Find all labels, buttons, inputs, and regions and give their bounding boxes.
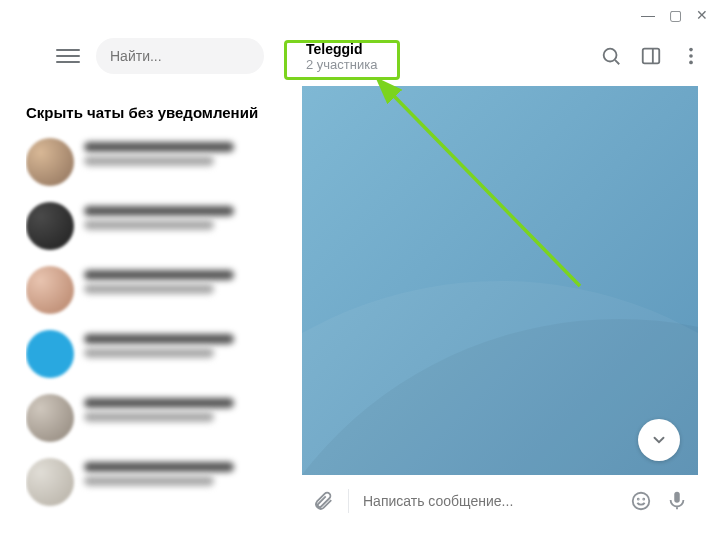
side-panel-icon[interactable] <box>640 45 662 67</box>
svg-point-10 <box>643 499 644 500</box>
chat-list[interactable] <box>26 132 288 525</box>
avatar <box>26 458 74 506</box>
message-composer <box>302 477 698 525</box>
chat-list-item[interactable] <box>26 452 288 516</box>
chat-item-title <box>84 206 234 216</box>
chat-item-body <box>84 138 288 166</box>
search-input[interactable] <box>110 48 250 64</box>
minimize-button[interactable]: — <box>641 8 655 22</box>
scroll-to-bottom-button[interactable] <box>638 419 680 461</box>
avatar <box>26 394 74 442</box>
maximize-button[interactable]: ▢ <box>669 8 682 22</box>
chat-title-block[interactable]: Teleggid 2 участника <box>284 28 389 84</box>
chat-item-title <box>84 334 234 344</box>
chat-item-preview <box>84 476 214 486</box>
menu-button[interactable] <box>56 44 80 68</box>
search-box[interactable] <box>96 38 264 74</box>
chat-area[interactable] <box>302 86 698 475</box>
top-bar: Teleggid 2 участника <box>0 28 720 84</box>
svg-point-9 <box>638 499 639 500</box>
svg-line-1 <box>615 60 619 64</box>
avatar <box>26 202 74 250</box>
chat-item-preview <box>84 412 214 422</box>
divider <box>348 489 349 513</box>
chat-list-item[interactable] <box>26 388 288 452</box>
chat-subtitle: 2 участника <box>306 57 377 72</box>
chat-item-preview <box>84 348 214 358</box>
more-icon[interactable] <box>680 45 702 67</box>
attach-icon[interactable] <box>312 490 334 512</box>
avatar <box>26 266 74 314</box>
svg-point-6 <box>689 61 693 65</box>
chat-item-title <box>84 142 234 152</box>
chat-item-title <box>84 462 234 472</box>
avatar <box>26 330 74 378</box>
chat-list-item[interactable] <box>26 196 288 260</box>
chat-item-body <box>84 394 288 422</box>
svg-point-8 <box>633 493 650 510</box>
svg-rect-2 <box>643 49 660 64</box>
chat-item-title <box>84 270 234 280</box>
microphone-icon[interactable] <box>666 490 688 512</box>
window-controls: — ▢ ✕ <box>641 8 708 22</box>
chevron-down-icon <box>650 431 668 449</box>
chat-title: Teleggid <box>306 41 377 57</box>
message-input[interactable] <box>363 493 616 509</box>
chat-item-preview <box>84 220 214 230</box>
svg-point-5 <box>689 54 693 58</box>
header-actions <box>600 28 702 84</box>
sidebar-section-label: Скрыть чаты без уведомлений <box>26 104 258 121</box>
svg-point-4 <box>689 48 693 52</box>
chat-item-body <box>84 202 288 230</box>
chat-list-item[interactable] <box>26 260 288 324</box>
search-icon[interactable] <box>600 45 622 67</box>
chat-list-item[interactable] <box>26 132 288 196</box>
chat-item-preview <box>84 156 214 166</box>
chat-item-title <box>84 398 234 408</box>
chat-item-preview <box>84 284 214 294</box>
chat-item-body <box>84 330 288 358</box>
emoji-icon[interactable] <box>630 490 652 512</box>
chat-item-body <box>84 458 288 486</box>
chat-list-item[interactable] <box>26 324 288 388</box>
close-button[interactable]: ✕ <box>696 8 708 22</box>
avatar <box>26 138 74 186</box>
svg-point-0 <box>604 49 617 62</box>
chat-item-body <box>84 266 288 294</box>
